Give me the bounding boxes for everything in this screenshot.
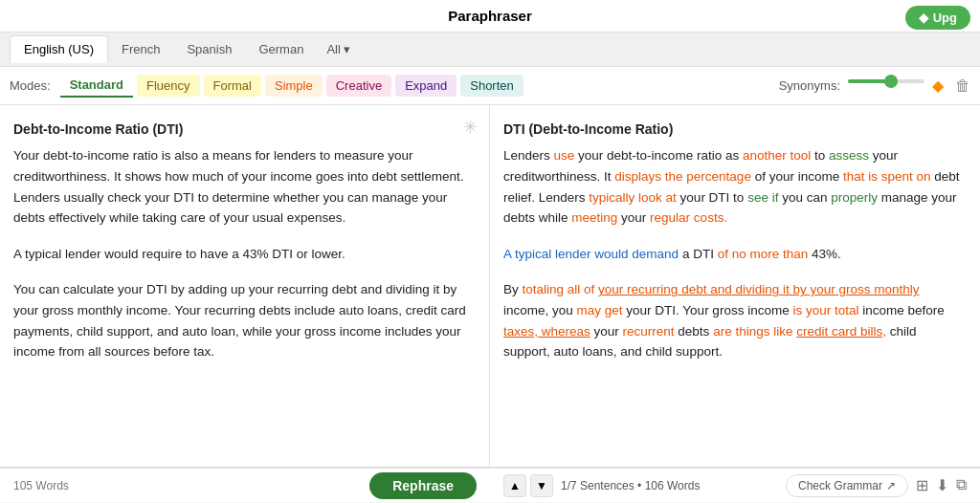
highlight-recurrent: recurrent <box>623 324 675 339</box>
mode-formal[interactable]: Formal <box>204 75 261 97</box>
mode-shorten[interactable]: Shorten <box>460 75 523 97</box>
bottom-bar: 105 Words Rephrase ▲ ▼ 1/7 Sentences • 1… <box>0 467 980 501</box>
highlight-credit-card: credit card bills, <box>796 324 886 339</box>
next-sentence-button[interactable]: ▼ <box>530 474 553 497</box>
mode-expand[interactable]: Expand <box>395 75 457 97</box>
sparkle-icon: ✳ <box>463 117 478 138</box>
premium-icon: ◆ <box>932 77 944 95</box>
left-text-block-3: You can calculate your DTI by adding up … <box>13 279 476 361</box>
app-title: Paraphraser <box>448 8 532 24</box>
trash-icon[interactable]: 🗑 <box>955 77 970 95</box>
highlight-totaling: totaling all of <box>523 282 595 296</box>
left-paragraph-2[interactable]: A typical lender would require to have a… <box>13 244 476 265</box>
highlight-typical-lender: A typical lender would demand <box>503 247 679 261</box>
modes-label: Modes: <box>10 78 51 93</box>
left-heading: Debt-to-Income Ratio (DTI) <box>13 119 476 140</box>
highlight-see-if: see if <box>747 190 778 205</box>
sentence-info: 1/7 Sentences • 106 Words <box>561 479 700 492</box>
mode-standard[interactable]: Standard <box>60 74 133 98</box>
highlight-meeting: meeting <box>571 210 617 225</box>
highlight-recurring: your recurring debt and dividing it by y… <box>598 282 919 296</box>
right-paragraph-2: A typical lender would demand a DTI of n… <box>503 244 967 265</box>
highlight-total: total <box>835 303 859 317</box>
right-panel: DTI (Debt-to-Income Ratio) Lenders use y… <box>490 105 980 467</box>
prev-sentence-button[interactable]: ▲ <box>503 474 526 497</box>
nav-arrows: ▲ ▼ <box>503 474 553 497</box>
left-paragraph-1[interactable]: Your debt-to-income ratio is also a mean… <box>13 145 476 228</box>
synonyms-section: Synonyms: ◆ <box>779 77 944 95</box>
rephrase-button[interactable]: Rephrase <box>369 472 477 499</box>
highlight-use: use <box>554 148 575 163</box>
lang-tab-english[interactable]: English (US) <box>10 35 108 63</box>
upgrade-button[interactable]: ◆ Upg <box>905 6 970 30</box>
right-text-block-2: A typical lender would demand a DTI of n… <box>503 244 967 265</box>
synonyms-slider-container[interactable] <box>848 79 924 93</box>
highlight-taxes: taxes, whereas <box>503 324 590 339</box>
word-count-left: 105 Words <box>13 479 69 492</box>
left-text-block-2: A typical lender would require to have a… <box>13 244 476 265</box>
right-text-block-1: DTI (Debt-to-Income Ratio) Lenders use y… <box>503 119 967 229</box>
copy-icon[interactable]: ⧉ <box>956 476 967 494</box>
left-text-block-1: Debt-to-Income Ratio (DTI) Your debt-to-… <box>13 119 476 229</box>
highlight-assess: assess <box>829 148 869 163</box>
language-tabs: English (US) French Spanish German All ▾ <box>0 33 980 67</box>
lang-tab-spanish[interactable]: Spanish <box>173 36 245 62</box>
right-heading: DTI (Debt-to-Income Ratio) <box>503 119 967 140</box>
diamond-icon: ◆ <box>919 11 928 25</box>
bottom-bar-right: ▲ ▼ 1/7 Sentences • 106 Words Check Gram… <box>490 468 980 502</box>
highlight-regular: regular costs. <box>650 210 727 225</box>
synonyms-thumb <box>884 75 898 88</box>
check-grammar-button[interactable]: Check Grammar ↗ <box>786 474 908 497</box>
synonyms-label: Synonyms: <box>779 78 840 93</box>
left-panel: ✳ Debt-to-Income Ratio (DTI) Your debt-t… <box>0 105 490 467</box>
modes-bar: Modes: Standard Fluency Formal Simple Cr… <box>0 67 980 105</box>
grid-icon[interactable]: ⊞ <box>916 476 928 494</box>
main-content: ✳ Debt-to-Income Ratio (DTI) Your debt-t… <box>0 105 980 467</box>
mode-fluency[interactable]: Fluency <box>137 75 200 97</box>
lang-tab-french[interactable]: French <box>108 36 173 62</box>
app-header: Paraphraser ◆ Upg <box>0 0 980 33</box>
right-paragraph-1: Lenders use your debt-to-income ratio as… <box>503 145 967 228</box>
left-paragraph-3[interactable]: You can calculate your DTI by adding up … <box>13 279 476 361</box>
right-paragraph-3: By totaling all of your recurring debt a… <box>503 279 967 361</box>
external-link-icon: ↗ <box>886 479 896 492</box>
highlight-may-get: may get <box>577 303 623 317</box>
mode-creative[interactable]: Creative <box>326 75 391 97</box>
lang-tab-german[interactable]: German <box>245 36 317 62</box>
highlight-are-things: are things like <box>713 324 792 339</box>
highlight-is-your: is your <box>792 303 831 317</box>
download-icon[interactable]: ⬇ <box>936 476 948 494</box>
bottom-bar-left: 105 Words Rephrase <box>0 468 490 502</box>
highlight-spent-on: that is spent on <box>843 169 931 184</box>
highlight-typically: typically look at <box>589 190 677 205</box>
highlight-another-tool: another tool <box>743 148 811 163</box>
chevron-down-icon: ▾ <box>344 42 350 56</box>
highlight-displays: displays the percentage <box>614 169 751 184</box>
highlight-properly: properly <box>831 190 878 205</box>
mode-simple[interactable]: Simple <box>265 75 323 97</box>
lang-tab-all[interactable]: All ▾ <box>317 36 359 62</box>
bottom-icons: ⊞ ⬇ ⧉ <box>916 476 967 494</box>
right-text-block-3: By totaling all of your recurring debt a… <box>503 279 967 361</box>
highlight-no-more: of no more than <box>718 247 809 261</box>
